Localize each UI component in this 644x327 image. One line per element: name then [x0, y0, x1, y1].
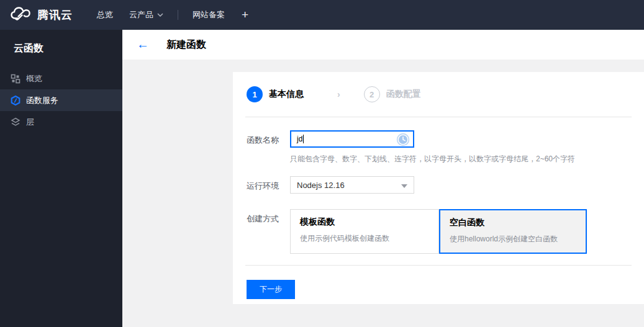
- runtime-row: 运行环境 Nodejs 12.16: [247, 176, 630, 194]
- create-function-card: 1 基本信息 › 2 函数配置 函数名称 jd: [233, 72, 644, 304]
- topnav-icp[interactable]: 网站备案: [184, 0, 233, 30]
- topnav-overview-label: 总览: [97, 9, 113, 20]
- tencent-cloud-logo-icon: [10, 6, 31, 24]
- step-basic-info: 1 基本信息: [247, 86, 304, 102]
- chevron-down-icon: [157, 13, 163, 17]
- sidebar-item-label: 函数服务: [26, 95, 58, 106]
- topnav-overview[interactable]: 总览: [89, 0, 121, 30]
- topbar: 腾讯云 总览 云产品 网站备案 +: [0, 0, 644, 30]
- sidebar-item-label: 概览: [26, 73, 42, 84]
- select-caret-icon: [401, 184, 407, 188]
- function-name-label: 函数名称: [247, 130, 290, 164]
- sidebar-item-function-service[interactable]: 函数服务: [0, 89, 122, 111]
- topnav-separator: [178, 10, 178, 20]
- creation-method-label: 创建方式: [247, 209, 290, 254]
- method-card-desc: 使用示例代码模板创建函数: [300, 233, 429, 244]
- step-1-label: 基本信息: [269, 89, 304, 100]
- function-service-icon: [11, 96, 20, 105]
- page-title: 新建函数: [166, 38, 206, 52]
- creation-method-options: 模板函数 使用示例代码模板创建函数 空白函数 使用helloworld示例创建空…: [290, 209, 587, 254]
- create-function-form: 函数名称 jd 只能包含字母、数字、下划线、连字符，以: [233, 117, 644, 254]
- sidebar-title: 云函数: [0, 30, 122, 55]
- method-card-title: 空白函数: [450, 217, 576, 228]
- step-2-label: 函数配置: [386, 89, 421, 100]
- method-card-title: 模板函数: [300, 217, 429, 228]
- plus-icon[interactable]: +: [233, 8, 257, 22]
- method-card-template-function[interactable]: 模板函数 使用示例代码模板创建函数: [290, 209, 439, 254]
- method-card-desc: 使用helloworld示例创建空白函数: [450, 234, 576, 244]
- runtime-select[interactable]: Nodejs 12.16: [290, 176, 414, 194]
- card-footer: 下一步: [233, 266, 644, 299]
- topnav-icp-label: 网站备案: [193, 9, 225, 20]
- page-header: ← 新建函数: [122, 30, 644, 60]
- sidebar-menu: 概览 函数服务 层: [0, 68, 122, 133]
- step-2-circle: 2: [364, 86, 380, 102]
- content-area: 1 基本信息 › 2 函数配置 函数名称 jd: [122, 60, 644, 327]
- method-card-blank-function[interactable]: 空白函数 使用helloworld示例创建空白函数: [439, 209, 587, 254]
- brand[interactable]: 腾讯云: [0, 6, 73, 24]
- grid-icon: [11, 74, 20, 84]
- back-arrow-icon[interactable]: ←: [122, 38, 149, 52]
- step-separator-chevron: ›: [337, 89, 340, 99]
- step-function-config: 2 函数配置: [364, 86, 421, 102]
- function-name-input[interactable]: jd: [290, 130, 414, 148]
- text-cursor: [303, 135, 304, 143]
- function-name-value: jd: [297, 135, 302, 143]
- topnav-products[interactable]: 云产品: [121, 0, 171, 30]
- brand-name: 腾讯云: [37, 7, 73, 22]
- topnav: 总览 云产品 网站备案 +: [89, 0, 257, 30]
- sidebar-item-layers[interactable]: 层: [0, 111, 122, 133]
- step-1-circle: 1: [247, 86, 263, 102]
- sidebar: 云函数 概览 函数服务: [0, 30, 122, 327]
- function-name-hint: 只能包含字母、数字、下划线、连字符，以字母开头，以数字或字母结尾，2~60个字符: [290, 154, 575, 164]
- next-step-button[interactable]: 下一步: [247, 280, 295, 299]
- function-name-row: 函数名称 jd 只能包含字母、数字、下划线、连字符，以: [247, 130, 630, 164]
- runtime-label: 运行环境: [247, 176, 290, 194]
- runtime-selected-value: Nodejs 12.16: [297, 181, 345, 190]
- pending-clock-icon: [396, 133, 410, 149]
- function-name-field-group: jd 只能包含字母、数字、下划线、连字符，以字母开头，以数字或字母结尾，2~60…: [290, 130, 575, 164]
- sidebar-item-overview[interactable]: 概览: [0, 68, 122, 89]
- creation-method-row: 创建方式 模板函数 使用示例代码模板创建函数 空白函数 使用helloworld…: [247, 209, 630, 254]
- step-indicator: 1 基本信息 › 2 函数配置: [233, 72, 644, 117]
- sidebar-item-label: 层: [26, 117, 34, 128]
- topnav-products-label: 云产品: [129, 9, 153, 20]
- layers-icon: [11, 117, 20, 127]
